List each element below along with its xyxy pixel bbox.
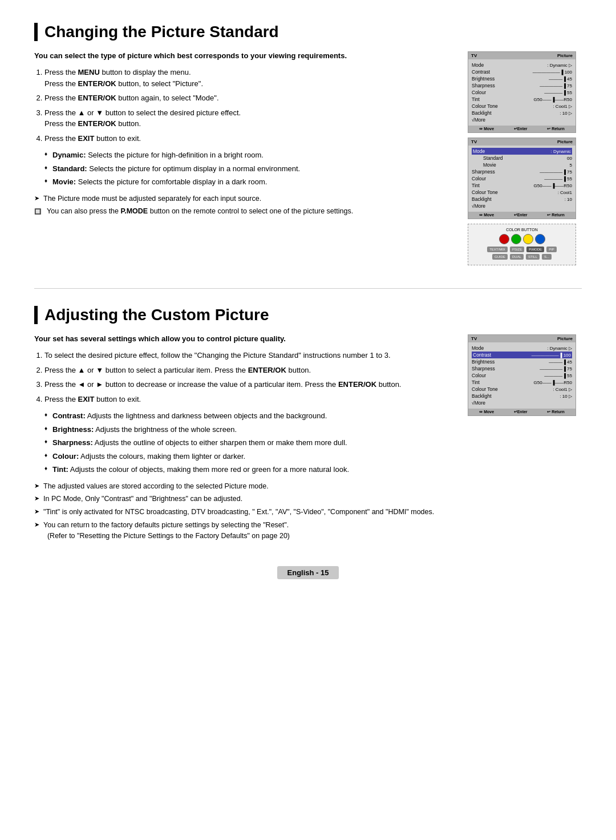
tv-row-label: Brightness <box>472 76 495 82</box>
icon-note-1: You can also press the P.MODE button on … <box>34 206 456 217</box>
note-line-1: The Picture mode must be adjusted separa… <box>34 193 456 204</box>
bullet-item: Colour: Adjusts the colours, making them… <box>46 451 456 462</box>
tv-row-label: Sharpness <box>472 83 495 88</box>
tv-row: Contrast ——————▐ 100 <box>472 68 572 75</box>
tv-header-1: TV Picture <box>468 52 576 59</box>
page-footer: English - 15 <box>34 566 582 579</box>
pip-button: PIP <box>546 247 557 252</box>
tv-row: Standard 00 <box>472 155 572 161</box>
tv-row-value: : 10 <box>565 197 572 202</box>
section2-steps: To select the desired picture effect, fo… <box>44 350 456 405</box>
section2-title: Adjusting the Custom Picture <box>34 306 582 324</box>
tv-row-label: Contrast <box>473 352 491 358</box>
tv-row-label: Tint <box>472 379 480 385</box>
section1-title: Changing the Picture Standard <box>34 23 582 41</box>
tv-row-value: : 10 ▷ <box>560 394 572 399</box>
tv-row-label: Tint <box>472 96 480 102</box>
tv-row: Tint G50——▐——R50 <box>472 182 572 189</box>
tv-row-label: Colour <box>472 176 486 181</box>
color-button-label: COLOR BUTTON <box>472 228 572 232</box>
remote-buttons-row1: TEXT/MIX PSIZE P.MODE PIP <box>472 247 572 252</box>
tv-row: Mode : Dynamic ▷ <box>472 62 572 68</box>
tv-row-label: √More <box>472 400 485 406</box>
tv-row-value: : Dynamic ▷ <box>547 63 572 68</box>
guide-button: GUIDE <box>492 254 508 260</box>
tv-row-value: : Dynamic ▷ <box>547 346 572 351</box>
tv-row-label: Mode <box>472 62 484 68</box>
section2-screenshots: TV Picture Mode : Dynamic ▷ Contrast ———… <box>468 334 582 416</box>
tv-row-value: ——————▐ 100 <box>533 70 572 75</box>
tv-label-3: TV <box>471 336 477 341</box>
tv-row-value: —————▐ 75 <box>540 169 572 175</box>
tv-body-2: Mode : Dynamic Standard 00 Movie 5 Sharp… <box>468 146 576 212</box>
tv-row: Tint G50——▐——R50 <box>472 379 572 386</box>
tv-row-label: Colour Tone <box>472 189 498 195</box>
tv-header-2: TV Picture <box>468 138 576 146</box>
tv-row: Colour ————▐ 55 <box>472 372 572 379</box>
remote-buttons-row2: GUIDE DUAL STILL S... <box>472 254 572 260</box>
tv-row: Backlight : 10 ▷ <box>472 110 572 116</box>
tv-row-value: : Cool1 ▷ <box>553 387 572 392</box>
blue-button <box>535 234 545 244</box>
step-item: To select the desired picture effect, fo… <box>44 350 456 361</box>
tv-row-value: ———▐ 45 <box>549 76 572 82</box>
tv-row: Backlight : 10 ▷ <box>472 393 572 399</box>
tv-row-label: Colour <box>472 373 486 378</box>
tv-row-value: 5 <box>570 163 572 168</box>
bullet-item: Standard: Selects the picture for optimu… <box>46 163 456 175</box>
bullet-item: Dynamic: Selects the picture for high-de… <box>46 150 456 161</box>
bullet-item: Tint: Adjusts the colour of objects, mak… <box>46 464 456 475</box>
tv-row-label: Sharpness <box>472 169 495 175</box>
tv-row: Colour ————▐ 55 <box>472 175 572 182</box>
tv-row-value: G50——▐——R50 <box>534 183 572 188</box>
tv-body-1: Mode : Dynamic ▷ Contrast ——————▐ 100 Br… <box>468 59 576 126</box>
tv-row-label: Standard <box>483 155 503 161</box>
tv-row-value: —————▐ 75 <box>540 83 572 88</box>
note-line-2a: The adjusted values are stored according… <box>34 481 456 492</box>
tv-row: Tint G50——▐——R50 <box>472 96 572 103</box>
section2-text-col: Your set has several settings which allo… <box>34 334 456 543</box>
textmix-button: TEXT/MIX <box>487 247 508 252</box>
step-item: Press the ▲ or ▼ button to select a part… <box>44 365 456 376</box>
tv-row-label: √More <box>472 203 485 209</box>
step-item: Press the MENU button to display the men… <box>44 67 456 89</box>
tv-row: Colour Tone : Cool1 <box>472 189 572 196</box>
section-divider <box>34 288 582 289</box>
tv-row-label: Colour Tone <box>472 103 498 109</box>
still-button: STILL <box>526 254 540 260</box>
tv-row-label: Brightness <box>472 359 495 365</box>
tv-row-highlighted: Mode : Dynamic <box>472 148 572 155</box>
tv-row-value: G50——▐——R50 <box>534 97 572 102</box>
step-item: Press the ENTER/OK button again, to sele… <box>44 92 456 104</box>
green-button <box>511 234 521 244</box>
tv-row-highlighted: Contrast ——————▐ 100 <box>472 352 572 358</box>
tv-row-label: Mode <box>472 345 484 351</box>
tv-row-value: ———▐ 45 <box>549 360 572 365</box>
tv-row-value: ————▐ 55 <box>544 176 572 181</box>
pmode-button: P.MODE <box>526 247 544 252</box>
tv-label-2: TV <box>471 139 477 144</box>
tv-body-3: Mode : Dynamic ▷ Contrast ——————▐ 100 Br… <box>468 342 576 409</box>
remote-control-area: COLOR BUTTON TEXT/MIX PSIZE P.MODE PIP G… <box>468 224 576 265</box>
tv-footer-1: ⇔ Move ↵Enter ↩ Return <box>468 126 576 132</box>
color-buttons-row <box>472 234 572 244</box>
tv-title-2: Picture <box>557 139 573 144</box>
section2-content: Your set has several settings which allo… <box>34 334 582 543</box>
step-item: Press the EXIT button to exit. <box>44 133 456 144</box>
tv-header-3: TV Picture <box>468 335 576 342</box>
tv-row-value: 00 <box>567 156 572 161</box>
tv-row-label: Colour Tone <box>472 386 498 392</box>
note-line-2d: You can return to the factory defaults p… <box>34 520 456 542</box>
tv-row: √More <box>472 203 572 209</box>
tv-row: Sharpness —————▐ 75 <box>472 168 572 175</box>
tv-label-1: TV <box>471 53 477 58</box>
tv-row-label: √More <box>472 117 485 123</box>
tv-row-label: Backlight <box>472 393 492 399</box>
tv-row-label: Mode <box>473 148 485 154</box>
section-changing-picture-standard: Changing the Picture Standard You can se… <box>34 23 582 265</box>
tv-row: Brightness ———▐ 45 <box>472 75 572 82</box>
tv-row: Backlight : 10 <box>472 196 572 203</box>
note-line-2b: In PC Mode, Only "Contrast" and "Brightn… <box>34 494 456 504</box>
tv-row-label: Contrast <box>472 69 490 75</box>
tv-footer-3: ⇔ Move ↵Enter ↩ Return <box>468 409 576 415</box>
